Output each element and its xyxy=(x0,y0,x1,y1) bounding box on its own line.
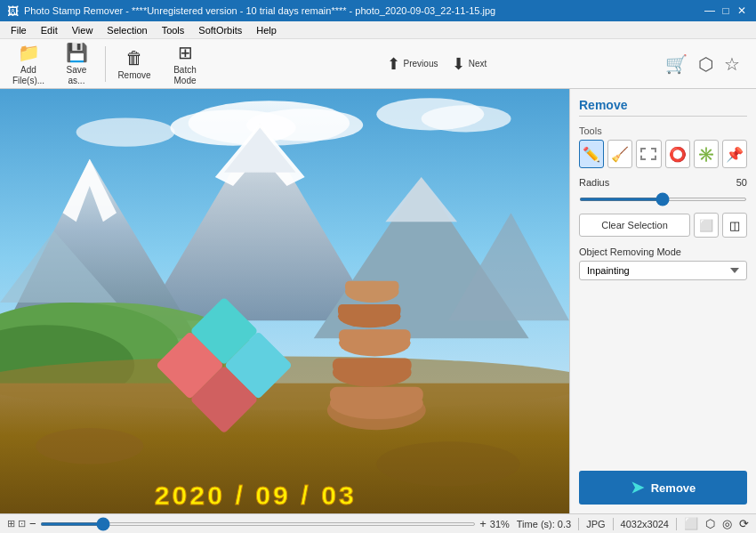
maximize-button[interactable]: □ xyxy=(719,4,733,18)
copy-selection-button[interactable]: ⬜ xyxy=(694,213,719,238)
remove-button[interactable]: 🗑 Remove xyxy=(111,42,157,86)
menu-edit[interactable]: Edit xyxy=(34,23,65,37)
format-label: JPG xyxy=(586,519,605,529)
cart-icon[interactable]: 🛒 xyxy=(662,50,691,78)
status-right: Time (s): 0.3 JPG 4032x3024 ⬜ ⬡ ◎ ⟳ xyxy=(517,517,749,530)
remove-action-button[interactable]: ➤ Remove xyxy=(579,471,747,505)
menu-file[interactable]: File xyxy=(4,23,34,37)
batch-mode-button[interactable]: ⊞ Batch Mode xyxy=(159,42,211,86)
svg-point-22 xyxy=(36,428,143,464)
svg-point-23 xyxy=(376,441,519,486)
status-icon-3[interactable]: ◎ xyxy=(722,517,732,530)
status-bar: ⊞ ⊡ − + 31% Time (s): 0.3 JPG 4032x3024 … xyxy=(0,513,756,533)
rect-select-icon xyxy=(640,148,656,160)
radius-slider[interactable] xyxy=(579,198,747,201)
tools-row: ✏️ 🧹 ⭕ ✳️ 📌 xyxy=(579,140,747,168)
next-button[interactable]: ⬇ Next xyxy=(447,42,492,86)
stamp-tool-button[interactable]: 📌 xyxy=(722,140,747,168)
previous-icon: ⬆ xyxy=(387,54,400,74)
zoom-actual-icon[interactable]: ⊡ xyxy=(18,518,26,529)
lasso-icon: ⭕ xyxy=(669,146,687,163)
zoom-plus-icon[interactable]: + xyxy=(479,517,487,530)
share-icon[interactable]: ⬡ xyxy=(695,50,717,78)
canvas-area[interactable]: 2020 / 09 / 03 xyxy=(0,89,569,513)
brush-icon: ✏️ xyxy=(583,146,600,163)
radius-label: Radius xyxy=(579,177,609,188)
copy-icon: ⬜ xyxy=(699,219,713,232)
right-panel: Remove Tools ✏️ 🧹 ⭕ ✳️ xyxy=(569,89,756,513)
close-button[interactable]: ✕ xyxy=(735,4,749,18)
status-icon-1[interactable]: ⬜ xyxy=(684,517,698,530)
previous-button[interactable]: ⬆ Previous xyxy=(382,42,444,86)
stamp-icon: 📌 xyxy=(726,146,744,163)
photo-canvas: 2020 / 09 / 03 xyxy=(0,89,569,513)
svg-rect-34 xyxy=(345,281,398,292)
toolbar: 📁 Add File(s)... 💾 Save as... 🗑 Remove ⊞… xyxy=(0,39,756,89)
star-icon[interactable]: ☆ xyxy=(720,50,744,78)
eraser-tool-button[interactable]: 🧹 xyxy=(607,140,632,168)
toolbar-right: 🛒 ⬡ ☆ xyxy=(662,50,744,78)
add-files-button[interactable]: 📁 Add File(s)... xyxy=(5,42,52,86)
dimensions-label: 4032x3024 xyxy=(621,519,669,529)
svg-rect-30 xyxy=(339,329,411,343)
status-left: ⊞ ⊡ − + 31% xyxy=(7,517,510,530)
zoom-fit-icon[interactable]: ⊞ xyxy=(7,518,15,529)
menu-softorbits[interactable]: SoftOrbits xyxy=(191,23,249,37)
clear-selection-button[interactable]: Clear Selection xyxy=(579,214,690,237)
svg-rect-26 xyxy=(330,387,423,403)
remove-arrow-icon: ➤ xyxy=(631,478,644,497)
app-icon: 🖼 xyxy=(7,4,19,18)
status-divider-2 xyxy=(613,518,614,530)
save-selection-button[interactable]: ◫ xyxy=(722,213,747,238)
toolbar-nav: ⬆ Previous ⬇ Next xyxy=(382,42,492,86)
zoom-percent: 31% xyxy=(490,519,510,529)
radius-value: 50 xyxy=(736,177,747,188)
tools-section: Tools ✏️ 🧹 ⭕ ✳️ 📌 xyxy=(579,125,747,168)
eraser-icon: 🧹 xyxy=(611,146,629,163)
mode-label: Object Removing Mode xyxy=(579,246,747,257)
radius-slider-container xyxy=(579,191,747,204)
menu-view[interactable]: View xyxy=(65,23,101,37)
panel-title: Remove xyxy=(579,98,747,117)
add-files-icon: 📁 xyxy=(18,42,40,63)
remove-icon: 🗑 xyxy=(125,48,143,69)
zoom-slider[interactable] xyxy=(40,522,477,526)
toolbar-sep-1 xyxy=(105,46,106,82)
radius-row: Radius 50 xyxy=(579,177,747,188)
zoom-controls: ⊞ ⊡ xyxy=(7,518,26,529)
svg-rect-32 xyxy=(338,304,401,316)
brush-tool-button[interactable]: ✏️ xyxy=(579,140,604,168)
mode-select[interactable]: Inpainting Content Aware Smear xyxy=(579,261,747,280)
window-title: Photo Stamp Remover - ****Unregistered v… xyxy=(24,5,495,16)
radius-section: Radius 50 xyxy=(579,177,747,204)
rect-select-tool-button[interactable] xyxy=(636,140,661,168)
svg-point-5 xyxy=(422,105,511,132)
menu-selection[interactable]: Selection xyxy=(100,23,154,37)
status-divider-1 xyxy=(578,518,579,530)
menu-help[interactable]: Help xyxy=(249,23,284,37)
zoom-minus-icon[interactable]: − xyxy=(29,517,36,530)
save-as-icon: 💾 xyxy=(66,42,88,63)
mode-section: Object Removing Mode Inpainting Content … xyxy=(579,246,747,280)
status-divider-3 xyxy=(676,518,677,530)
svg-rect-28 xyxy=(333,359,412,373)
tools-label: Tools xyxy=(579,125,747,136)
minimize-button[interactable]: — xyxy=(703,4,717,18)
time-label: Time (s): 0.3 xyxy=(517,519,571,529)
next-icon: ⬇ xyxy=(452,54,465,74)
magic-wand-icon: ✳️ xyxy=(697,146,715,163)
status-icon-2[interactable]: ⬡ xyxy=(705,517,715,530)
save-as-button[interactable]: 💾 Save as... xyxy=(53,42,100,86)
action-buttons: Clear Selection ⬜ ◫ xyxy=(579,213,747,238)
magic-wand-tool-button[interactable]: ✳️ xyxy=(694,140,719,168)
menu-tools[interactable]: Tools xyxy=(155,23,192,37)
lasso-tool-button[interactable]: ⭕ xyxy=(665,140,690,168)
svg-text:2020 / 09 / 03: 2020 / 09 / 03 xyxy=(155,481,357,510)
svg-point-6 xyxy=(76,117,175,146)
status-icon-4[interactable]: ⟳ xyxy=(739,517,749,530)
menu-bar: File Edit View Selection Tools SoftOrbit… xyxy=(0,21,756,39)
save-icon: ◫ xyxy=(729,219,740,232)
batch-mode-icon: ⊞ xyxy=(178,42,193,63)
title-bar: 🖼 Photo Stamp Remover - ****Unregistered… xyxy=(0,0,756,21)
